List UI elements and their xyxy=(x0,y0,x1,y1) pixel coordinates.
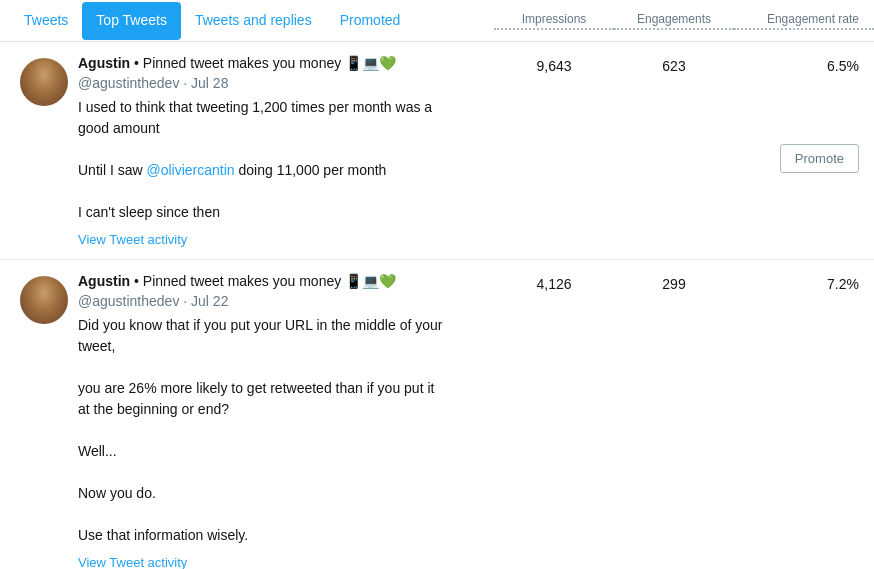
tab-tweets[interactable]: Tweets xyxy=(10,2,82,40)
metric-rate-2: 7.2% xyxy=(734,276,874,292)
tab-tweets-replies[interactable]: Tweets and replies xyxy=(181,2,326,40)
tweet-header-2: Agustin • Pinned tweet makes you money 📱… xyxy=(78,272,494,311)
metric-engagements-2: 299 xyxy=(614,276,734,292)
view-tweet-activity[interactable]: View Tweet activity xyxy=(78,232,187,247)
metric-impressions-2: 4,126 xyxy=(494,276,614,292)
header-impressions: Impressions xyxy=(494,12,614,30)
tweet-handle: @agustinthedev xyxy=(78,293,179,309)
tweet-text: I used to think that tweeting 1,200 time… xyxy=(78,97,494,223)
tweets-container: Agustin • Pinned tweet makes you money 📱… xyxy=(0,42,874,569)
view-tweet-activity[interactable]: View Tweet activity xyxy=(78,555,187,569)
tab-bar: Tweets Top Tweets Tweets and replies Pro… xyxy=(0,0,874,42)
header-rate: Engagement rate xyxy=(734,12,874,30)
tweet-date: · Jul 28 xyxy=(183,75,228,91)
tweet-text: Did you know that if you put your URL in… xyxy=(78,315,494,546)
metric-impressions-1: 9,643 xyxy=(494,58,614,74)
metric-engagements-1: 623 xyxy=(614,58,734,74)
tab-promoted[interactable]: Promoted xyxy=(326,2,415,40)
tweet-content-2: Agustin • Pinned tweet makes you money 📱… xyxy=(68,272,494,569)
promote-button[interactable]: Promote xyxy=(780,144,859,173)
tweet-header-1: Agustin • Pinned tweet makes you money 📱… xyxy=(78,54,494,93)
tweet-author: Agustin xyxy=(78,273,130,289)
tweet-handle: @agustinthedev xyxy=(78,75,179,91)
tab-top-tweets[interactable]: Top Tweets xyxy=(82,2,181,40)
promote-area: Promote xyxy=(494,74,874,173)
avatar-2 xyxy=(20,276,68,324)
tweet-content-1: Agustin • Pinned tweet makes you money 📱… xyxy=(68,54,494,247)
tweet-author: Agustin xyxy=(78,55,130,71)
avatar-1 xyxy=(20,58,68,106)
header-engagements: Engagements xyxy=(614,12,734,30)
tweet-row-1: Agustin • Pinned tweet makes you money 📱… xyxy=(0,42,874,260)
mention[interactable]: @oliviercantin xyxy=(146,162,234,178)
metric-rate-1: 6.5% xyxy=(734,58,874,74)
tweet-date: · Jul 22 xyxy=(183,293,228,309)
tweet-row-2: Agustin • Pinned tweet makes you money 📱… xyxy=(0,260,874,569)
